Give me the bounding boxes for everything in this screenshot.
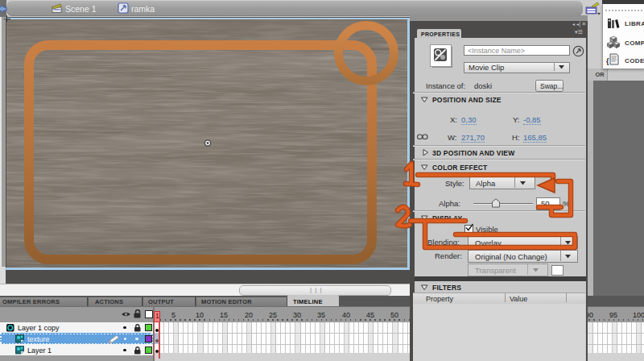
svg-text:{: { <box>606 57 609 65</box>
